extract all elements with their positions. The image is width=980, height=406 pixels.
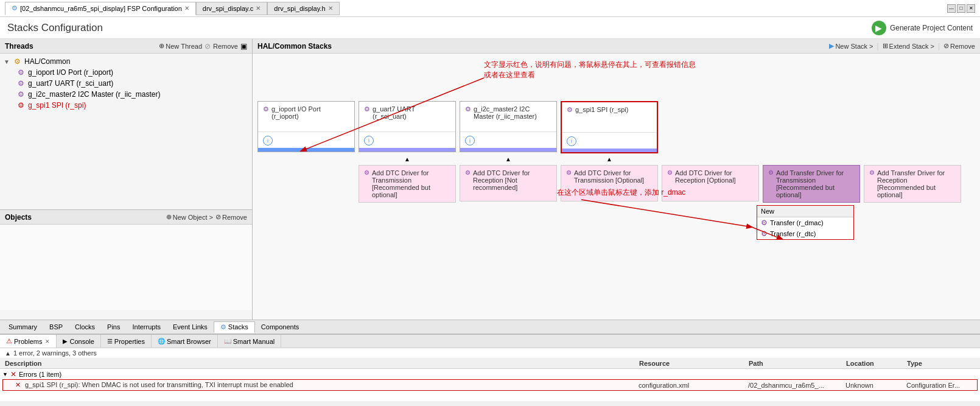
i2c-card-header: ⚙ g_i2c_master2 I2C Master (r_iic_master… <box>460 102 556 132</box>
uart-card-label: g_uart7 UART (r_sci_uart) <box>373 105 450 120</box>
ptab-problems-label: Problems <box>14 338 42 345</box>
tri1 <box>257 156 355 163</box>
threads-header: Threads ⊕ New Thread ⊘ Remove ▣ <box>0 39 252 54</box>
dtc-label: Transfer (r_dtc) <box>770 230 816 237</box>
i2c-stack-card[interactable]: ⚙ g_i2c_master2 I2C Master (r_iic_master… <box>460 101 557 152</box>
spi-card-icon: ⚙ <box>567 106 573 114</box>
tab-event-links[interactable]: Event Links <box>167 322 214 332</box>
properties-icon: ☰ <box>107 338 113 345</box>
ptab-problems[interactable]: ⚠ Problems ✕ <box>0 335 57 348</box>
dropdown-header-label: New <box>761 208 774 215</box>
ioport-card-icon: ⚙ <box>263 105 269 113</box>
window-controls: — □ ✕ <box>947 4 975 13</box>
new-object-button[interactable]: ⊕ New Object > <box>166 213 213 221</box>
minimize-button[interactable]: — <box>947 4 956 13</box>
tree-root-hal[interactable]: ▼ ⚙ HAL/Common <box>2 56 250 67</box>
error-desc: ✕ g_spi1 SPI (r_spi): When DMAC is not u… <box>13 380 636 390</box>
tab-drv-h[interactable]: drv_spi_display.h ✕ <box>267 2 339 15</box>
dropdown-item-dmac[interactable]: ⚙ Transfer (r_dmac) <box>757 217 853 228</box>
objects-panel: Objects ⊕ New Object > ⊘ Remove <box>0 210 252 320</box>
extend-stack-button[interactable]: ⊞ Extend Stack > <box>883 42 934 50</box>
ptab-properties[interactable]: ☰ Properties <box>101 335 152 348</box>
generate-area: ▶ Generate Project Content <box>872 21 973 35</box>
remove-thread-button[interactable]: Remove <box>213 43 238 50</box>
i2c-sub-rx[interactable]: ⚙ Add DTC Driver for Reception [Optional… <box>662 165 759 201</box>
tab-stacks-label: Stacks <box>228 323 248 331</box>
spi-info-icon[interactable]: i <box>567 136 576 146</box>
dropdown-item-dtc[interactable]: ⚙ Transfer (r_dtc) <box>757 228 853 239</box>
ptab-console-label: Console <box>69 338 94 345</box>
remove-stack-button[interactable]: ⊘ Remove <box>943 42 975 50</box>
tab-close-fsp[interactable]: ✕ <box>184 5 189 12</box>
i2c-label: g_i2c_master2 I2C Master (r_iic_master) <box>28 90 160 99</box>
annotation-text2: 或者在这里查看 <box>484 71 535 79</box>
ptab-smart-manual-label: Smart Manual <box>233 338 275 345</box>
extend-icon: ⊞ <box>883 42 888 50</box>
maximize-button[interactable]: □ <box>957 4 965 13</box>
ioport-label: g_ioport I/O Port (r_ioport) <box>28 68 113 77</box>
i2c-icon: ⚙ <box>16 89 26 99</box>
triangles-row: ▲ ▲ ▲ <box>257 156 961 163</box>
i2c-sub-tx[interactable]: ⚙ Add DTC Driver for Transmission [Optio… <box>561 165 658 201</box>
spi-stack-card[interactable]: ⚙ g_spi1 SPI (r_spi) i <box>561 101 658 153</box>
uart-sub-rx[interactable]: ⚙ Add DTC Driver for Reception [Not reco… <box>460 165 557 201</box>
col-location: Location <box>844 359 905 368</box>
close-button[interactable]: ✕ <box>967 4 975 13</box>
spi-sub-rx[interactable]: ⚙ Add Transfer Driver for Reception [Rec… <box>864 165 961 203</box>
tab-close-drv-c[interactable]: ✕ <box>256 5 261 12</box>
remove-object-button[interactable]: ⊘ Remove <box>215 213 247 221</box>
ioport-stack-card[interactable]: ⚙ g_ioport I/O Port (r_ioport) i <box>257 101 355 152</box>
error-row-spi[interactable]: ✕ g_spi1 SPI (r_spi): When DMAC is not u… <box>2 379 978 391</box>
collapse-icon[interactable]: ▣ <box>240 42 247 51</box>
tab-pins[interactable]: Pins <box>101 322 126 332</box>
tab-fsp-config[interactable]: ⚙ [02_dshanmcu_ra6m5_spi_display] FSP Co… <box>5 2 196 15</box>
new-thread-button[interactable]: ⊕ New Thread <box>159 42 202 50</box>
uart-info-icon[interactable]: i <box>364 136 374 145</box>
tab-bsp[interactable]: BSP <box>43 322 69 332</box>
tree-item-uart[interactable]: ⚙ g_uart7 UART (r_sci_uart) <box>15 78 250 89</box>
uart-sub-rx-icon: ⚙ <box>465 169 471 176</box>
uart-sub-tx[interactable]: ⚙ Add DTC Driver for Transmission [Recom… <box>359 165 456 203</box>
tab-components[interactable]: Components <box>255 322 305 332</box>
uart-stack-card[interactable]: ⚙ g_uart7 UART (r_sci_uart) i <box>359 101 456 152</box>
collapse-icon[interactable]: ▲ <box>5 350 11 357</box>
ptab-smart-manual[interactable]: 📖 Smart Manual <box>218 335 281 348</box>
tab-summary[interactable]: Summary <box>2 322 43 332</box>
ioport-card-header: ⚙ g_ioport I/O Port (r_ioport) <box>258 102 354 132</box>
tab-close-drv-h[interactable]: ✕ <box>328 5 333 12</box>
sub-cards-row: ⚙ Add DTC Driver for Transmission [Recom… <box>257 165 961 203</box>
tree-item-spi[interactable]: ⚙ g_spi1 SPI (r_spi) <box>15 100 250 111</box>
main-content-area: Threads ⊕ New Thread ⊘ Remove ▣ <box>0 39 980 320</box>
main-container: ⚙ [02_dshanmcu_ra6m5_spi_display] FSP Co… <box>0 0 980 406</box>
info-icon[interactable]: i <box>263 136 273 145</box>
ptab-console[interactable]: ▶ Console <box>57 335 100 348</box>
i2c-sub-tx-label: Add DTC Driver for Transmission [Optiona… <box>574 169 653 184</box>
i2c-card-label: g_i2c_master2 I2C Master (r_iic_master) <box>474 105 551 120</box>
i2c-info-icon[interactable]: i <box>465 136 475 145</box>
spi-sub-tx[interactable]: ⚙ Add Transfer Driver for Transmission [… <box>763 165 860 203</box>
error-path: /02_dshanmcu_ra6m5_... <box>746 381 843 390</box>
chevron-down-icon2: ▼ <box>2 371 8 377</box>
ptab-close-problems[interactable]: ✕ <box>45 338 50 345</box>
ptab-smart-browser[interactable]: 🌐 Smart Browser <box>152 335 218 348</box>
tab-interrupts[interactable]: Interrupts <box>127 322 167 332</box>
i2c-bar <box>460 148 556 152</box>
i2c-card-icon: ⚙ <box>465 105 471 113</box>
i2c-sub-rx-icon: ⚙ <box>667 169 673 176</box>
tab-drv-c[interactable]: drv_spi_display.c ✕ <box>196 2 268 15</box>
errors-group-header[interactable]: ▼ ✕ Errors (1 item) <box>2 369 978 379</box>
tab-clocks[interactable]: Clocks <box>69 322 101 332</box>
tree-item-ioport[interactable]: ⚙ g_ioport I/O Port (r_ioport) <box>15 67 250 78</box>
new-object-label: New Object > <box>173 214 213 221</box>
tab-stacks[interactable]: ⚙ Stacks <box>214 321 255 333</box>
ioport-info: i <box>258 132 354 148</box>
tree-item-i2c[interactable]: ⚙ g_i2c_master2 I2C Master (r_iic_master… <box>15 89 250 100</box>
objects-content <box>0 225 252 310</box>
generate-button[interactable]: ▶ <box>872 21 886 35</box>
uart-bar <box>359 148 455 152</box>
uart-sub-tx-label: Add DTC Driver for Transmission [Recomme… <box>372 169 450 198</box>
tri4: ▲ <box>561 156 658 163</box>
new-stack-button[interactable]: ▶ New Stack > <box>829 42 873 50</box>
dropdown-row: New ⚙ Transfer (r_dmac) ⚙ Transfer (r_dt… <box>757 205 961 240</box>
remove-stack-icon: ⊘ <box>943 42 949 50</box>
